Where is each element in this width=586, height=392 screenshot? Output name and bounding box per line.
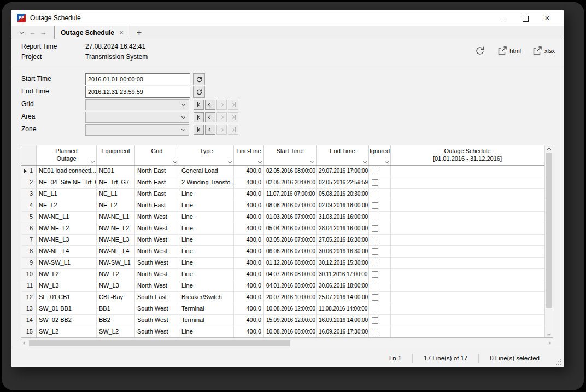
refresh-report-button[interactable]	[474, 45, 486, 57]
start-time-input[interactable]	[85, 73, 190, 85]
row-header[interactable]: 6	[21, 223, 37, 234]
row-header[interactable]: 3	[21, 189, 37, 200]
ignored-checkbox[interactable]	[372, 306, 378, 312]
horizontal-scrollbar-track[interactable]	[29, 340, 545, 347]
scroll-down-button[interactable]	[545, 330, 553, 337]
table-row[interactable]: 9NW-SW_L1NW-SW_L1South WestLine400,001.1…	[21, 258, 544, 269]
table-row[interactable]: 13SW_01 BB1BB1South WestTerminal400,010.…	[21, 303, 544, 315]
row-header[interactable]: 10	[21, 269, 37, 280]
table-row[interactable]: 2NE_04_Site NE_Trf_G7NE_Trf_G7North East…	[21, 177, 544, 189]
scroll-left-button[interactable]	[21, 340, 29, 347]
table-row[interactable]: 12SE_01 CB1CBL-BaySouth EastBreaker/Swit…	[21, 292, 544, 303]
row-header[interactable]: 5	[21, 212, 37, 223]
start-time-reset-button[interactable]	[193, 73, 205, 85]
vertical-scrollbar[interactable]	[544, 145, 553, 337]
ignored-checkbox[interactable]	[372, 283, 378, 289]
table-row[interactable]: 8NW-NE_L4NW-NE_L4North WestLine400,006.0…	[21, 246, 544, 258]
end-time-input[interactable]	[85, 86, 190, 98]
resize-grip[interactable]	[555, 359, 561, 365]
navigate-forward-button[interactable]: →	[38, 27, 49, 39]
ignored-checkbox[interactable]	[372, 317, 378, 324]
end-time-reset-button[interactable]	[193, 86, 205, 98]
grid-prev-button[interactable]	[205, 100, 215, 110]
column-header-planned[interactable]: PlannedOutage	[37, 145, 97, 165]
row-header[interactable]: 11	[21, 280, 37, 291]
export-html-button[interactable]: html	[497, 45, 521, 56]
table-row[interactable]: 4NE_L2NE_L2North EastLine400,008.08.2016…	[21, 200, 544, 212]
column-header-schedule[interactable]: Outage Schedule[01.01.2016 - 31.12.2016]	[391, 145, 544, 165]
ignored-checkbox[interactable]	[372, 248, 378, 255]
row-header[interactable]: 8	[21, 246, 37, 257]
row-header[interactable]: 13	[21, 303, 37, 314]
table-row[interactable]: 11NW_L3NW_L3North WestLine400,004.01.201…	[21, 280, 544, 292]
vertical-scrollbar-thumb[interactable]	[546, 153, 552, 308]
tab-close-icon[interactable]: ×	[119, 29, 124, 36]
area-last-button[interactable]	[228, 112, 238, 122]
ignored-checkbox[interactable]	[372, 329, 378, 335]
table-row[interactable]: 3NE_L1NE_L1North EastLine400,011.07.2016…	[21, 189, 544, 200]
row-header[interactable]: 1	[21, 166, 37, 177]
minimize-button[interactable]: –	[493, 10, 514, 26]
table-row[interactable]: 7NW-NE_L3NW-NE_L3North WestLine400,003.0…	[21, 235, 544, 246]
ignored-checkbox[interactable]	[372, 225, 378, 232]
column-header-lineline[interactable]: Line-Line	[234, 145, 264, 165]
table-row[interactable]: 5NW-NE_L1NW-NE_L1North WestLine400,001.0…	[21, 212, 544, 223]
zone-prev-button[interactable]	[205, 125, 215, 135]
column-filter-chevron-icon[interactable]	[258, 160, 262, 163]
ignored-checkbox[interactable]	[372, 260, 378, 266]
row-header[interactable]: 14	[21, 315, 37, 326]
column-header-type[interactable]: Type	[179, 145, 234, 165]
scroll-up-button[interactable]	[545, 145, 553, 153]
grid-dropdown[interactable]	[85, 99, 189, 110]
zone-dropdown[interactable]	[85, 124, 189, 136]
grid-first-button[interactable]	[194, 100, 204, 110]
row-header[interactable]: 2	[21, 177, 37, 188]
table-row[interactable]: 1NE01 load connecti...NE01North EastGene…	[21, 166, 544, 177]
ignored-checkbox[interactable]	[372, 179, 378, 186]
row-header[interactable]: 9	[21, 258, 37, 268]
tab-outage-schedule[interactable]: Outage Schedule ×	[54, 26, 130, 39]
row-header[interactable]: 15	[21, 326, 37, 337]
ignored-checkbox[interactable]	[372, 191, 378, 197]
column-filter-chevron-icon[interactable]	[173, 160, 177, 163]
column-filter-chevron-icon[interactable]	[363, 160, 367, 163]
table-row[interactable]: 10NW_L2NW_L2North WestLine400,004.07.201…	[21, 269, 544, 280]
horizontal-scrollbar[interactable]	[21, 340, 553, 347]
column-header-equipment[interactable]: Equipment	[97, 145, 135, 165]
vertical-scrollbar-track[interactable]	[545, 153, 553, 330]
column-header-start[interactable]: Start Time	[264, 145, 317, 165]
maximize-button[interactable]	[514, 10, 536, 26]
table-row[interactable]: 15SW_L2SW_L2South WestLine400,010.08.201…	[21, 326, 544, 337]
scroll-right-button[interactable]	[545, 340, 553, 347]
zone-last-button[interactable]	[228, 125, 238, 135]
tab-list-dropdown-button[interactable]	[16, 27, 27, 39]
new-tab-button[interactable]: +	[137, 27, 142, 39]
ignored-checkbox[interactable]	[372, 271, 378, 278]
area-next-button[interactable]	[216, 112, 227, 122]
ignored-checkbox[interactable]	[372, 237, 378, 243]
ignored-checkbox[interactable]	[372, 214, 378, 220]
ignored-checkbox[interactable]	[372, 294, 378, 301]
column-filter-chevron-icon[interactable]	[385, 160, 389, 163]
ignored-checkbox[interactable]	[372, 202, 378, 209]
table-row[interactable]: 6NW-NE_L2NW-NE_L2North WestLine400,005.0…	[21, 223, 544, 235]
zone-next-button[interactable]	[216, 125, 227, 135]
column-header-end[interactable]: End Time	[317, 145, 369, 165]
export-xlsx-button[interactable]: xlsx	[532, 45, 555, 56]
area-first-button[interactable]	[194, 112, 204, 122]
column-header-grid[interactable]: Grid	[135, 145, 179, 165]
column-filter-chevron-icon[interactable]	[310, 160, 314, 163]
grid-last-button[interactable]	[228, 100, 238, 110]
row-header[interactable]: 7	[21, 235, 37, 245]
table-row[interactable]: 14SW_02 BB2BB2South WestTerminal400,015.…	[21, 315, 544, 326]
column-filter-chevron-icon[interactable]	[228, 160, 232, 163]
ignored-checkbox[interactable]	[372, 168, 378, 174]
horizontal-scrollbar-thumb[interactable]	[29, 340, 290, 346]
zone-first-button[interactable]	[194, 125, 204, 135]
row-header[interactable]: 12	[21, 292, 37, 303]
area-dropdown[interactable]	[85, 112, 189, 123]
grid-next-button[interactable]	[216, 100, 227, 110]
row-header[interactable]: 4	[21, 200, 37, 211]
close-button[interactable]: ×	[536, 10, 558, 26]
column-header-ignored[interactable]: Ignored	[369, 145, 391, 165]
